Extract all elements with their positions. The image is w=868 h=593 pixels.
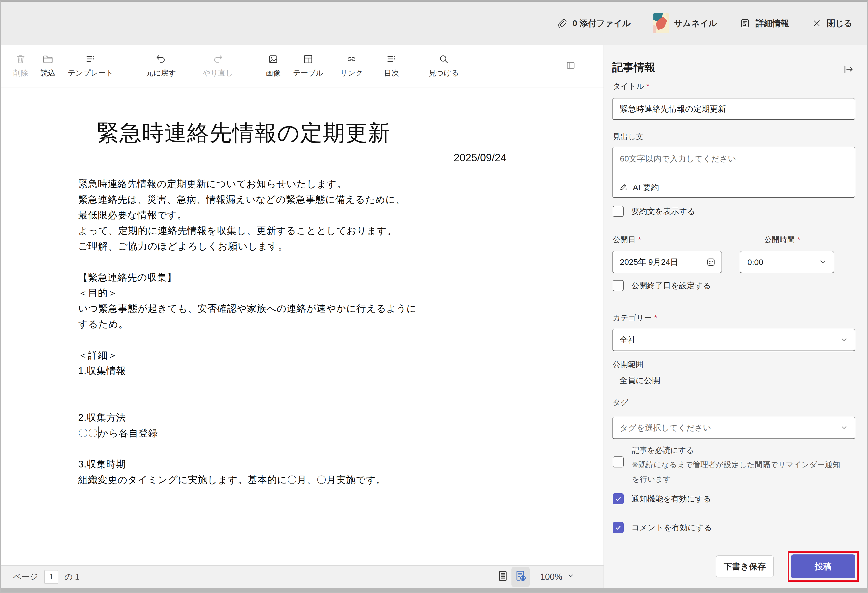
page-label: ページ (13, 571, 38, 583)
reading-view-button[interactable] (494, 567, 511, 587)
panel-title: 記事情報 (612, 60, 655, 75)
publish-date-input[interactable]: 2025年 9月24日 (612, 251, 722, 274)
publish-time-value: 0:00 (747, 258, 763, 267)
template-list-icon (85, 54, 96, 66)
notify-label: 通知機能を有効にする (631, 494, 711, 504)
document-line[interactable] (78, 394, 604, 410)
load-button[interactable]: 読込 (34, 51, 62, 81)
image-label: 画像 (266, 68, 280, 78)
document-line[interactable]: 1.収集情報 (78, 363, 604, 378)
document-date[interactable]: 2025/09/24 (454, 152, 604, 163)
document-line[interactable]: ご理解、ご協力のほどよろしくお願いします。 (78, 238, 604, 254)
window-bottom-edge (1, 588, 867, 592)
thumbnail-button[interactable]: サムネイル (653, 13, 717, 33)
document-line[interactable]: 最低限必要な情報です。 (78, 207, 604, 223)
web-view-button[interactable] (511, 567, 530, 587)
delete-button[interactable]: 削除 (7, 51, 34, 81)
undo-button[interactable]: 元に戻す (140, 51, 182, 81)
document-line[interactable]: するため。 (78, 316, 604, 332)
document-canvas[interactable]: 緊急時連絡先情報の定期更新 2025/09/24 緊急時連絡先情報の定期更新につ… (1, 87, 604, 565)
table-icon (303, 54, 314, 66)
ai-summary-button[interactable]: AI 要約 (619, 182, 659, 193)
toc-button[interactable]: 目次 (378, 51, 405, 81)
tag-label: タグ (613, 397, 629, 408)
redo-button[interactable]: やり直し (196, 51, 239, 81)
details-button[interactable]: 詳細情報 (740, 18, 789, 29)
publish-date-value: 2025年 9月24日 (620, 257, 678, 268)
end-date-checkbox-row[interactable]: 公開終了日を設定する (613, 280, 711, 291)
document-body[interactable]: 緊急時連絡先情報の定期更新についてお知らせいたします。緊急連絡先は、災害、急病、… (78, 176, 604, 488)
load-label: 読込 (40, 68, 55, 78)
chevron-down-icon (840, 423, 849, 433)
paperclip-icon (557, 18, 567, 28)
link-button[interactable]: リンク (334, 51, 369, 81)
article-info-panel: 記事情報 タイトル* 見出し文 60文字以内で入力してください (604, 45, 867, 588)
document-line[interactable]: ＜目的＞ (78, 285, 604, 301)
save-draft-button[interactable]: 下書き保存 (716, 555, 774, 577)
must-read-note-line1: ※既読になるまで管理者が設定した間隔でリマインダー通知 (632, 458, 840, 472)
must-read-note-line2: を行います (632, 472, 840, 486)
document-line[interactable]: ＜詳細＞ (78, 347, 604, 363)
web-view-icon (514, 569, 527, 585)
document-line[interactable]: 2.収集方法 (78, 410, 604, 425)
document-line[interactable]: 緊急連絡先は、災害、急病、情報漏えいなどの緊急事態に備えるために、 (78, 192, 604, 207)
must-read-checkbox-row[interactable]: 記事を必読にする ※既読になるまで管理者が設定した間隔でリマインダー通知 を行い… (613, 443, 840, 486)
document-line[interactable]: 組織変更のタイミングに実施します。基本的に〇月、〇月実施です。 (78, 472, 604, 488)
attachments-button[interactable]: 0 添付ファイル (557, 18, 630, 29)
must-read-checkbox[interactable] (613, 456, 624, 468)
comment-checkbox[interactable] (613, 522, 624, 533)
chevron-down-icon (567, 572, 575, 582)
close-button[interactable]: 閉じる (812, 18, 852, 29)
category-select[interactable]: 全社 (612, 329, 855, 351)
link-icon (346, 54, 357, 66)
comment-checkbox-row[interactable]: コメントを有効にする (613, 522, 712, 533)
panel-collapse-icon[interactable] (842, 63, 855, 77)
document-line[interactable] (78, 254, 604, 269)
document-line[interactable]: 【緊急連絡先の収集】 (78, 269, 604, 285)
redo-label: やり直し (203, 68, 233, 78)
find-button[interactable]: 見つける (422, 51, 465, 81)
heading-textarea[interactable]: 60文字以内で入力してください AI 要約 (612, 147, 855, 198)
template-button[interactable]: テンプレート (62, 51, 120, 81)
notify-checkbox[interactable] (613, 493, 624, 504)
folder-icon (43, 54, 53, 66)
title-field-label: タイトル* (613, 81, 650, 92)
show-summary-label: 要約文を表示する (631, 206, 695, 217)
document-line[interactable] (78, 441, 604, 456)
document-line[interactable]: よって、定期的に連絡先情報を収集し、更新することとしております。 (78, 223, 604, 238)
publish-time-select[interactable]: 0:00 (740, 251, 834, 274)
end-date-checkbox[interactable] (613, 280, 624, 291)
attachments-label: 0 添付ファイル (573, 18, 630, 29)
table-button[interactable]: テーブル (287, 51, 329, 81)
chevron-down-icon (818, 257, 828, 267)
editor-status-bar: ページ の 1 (1, 565, 604, 588)
document-line[interactable]: 〇〇から各自登録 (78, 425, 604, 441)
trash-icon (15, 54, 26, 66)
ai-pen-icon (619, 182, 629, 193)
close-label: 閉じる (827, 18, 852, 29)
zoom-control[interactable]: 100% (540, 572, 575, 582)
tag-select[interactable]: タグを選択してください (612, 416, 855, 439)
toolbar-separator (416, 52, 416, 80)
notify-checkbox-row[interactable]: 通知機能を有効にする (613, 493, 711, 504)
find-label: 見つける (429, 68, 459, 78)
title-input[interactable] (612, 98, 855, 120)
document-line[interactable]: 緊急時連絡先情報の定期更新についてお知らせいたします。 (78, 176, 604, 192)
document-line[interactable] (78, 378, 604, 394)
calendar-icon[interactable] (706, 257, 716, 267)
show-summary-checkbox[interactable] (613, 206, 624, 217)
document-title[interactable]: 緊急時連絡先情報の定期更新 (97, 118, 604, 148)
page-number-input[interactable] (44, 570, 58, 584)
document-line[interactable]: いつ緊急事態が起きても、安否確認や家族への連絡が速やかに行えるように (78, 301, 604, 316)
ai-summary-label: AI 要約 (633, 182, 659, 193)
document-line[interactable] (78, 332, 604, 347)
post-button[interactable]: 投稿 (791, 555, 855, 578)
image-button[interactable]: 画像 (260, 51, 287, 81)
show-summary-checkbox-row[interactable]: 要約文を表示する (613, 206, 695, 217)
side-panel-toggle-icon[interactable] (562, 57, 580, 75)
required-mark: * (797, 235, 800, 244)
document-line[interactable]: 3.収集時期 (78, 456, 604, 472)
top-bar: 0 添付ファイル サムネイル 詳 (1, 1, 867, 45)
link-label: リンク (340, 68, 363, 78)
toolbar-separator (126, 52, 126, 80)
